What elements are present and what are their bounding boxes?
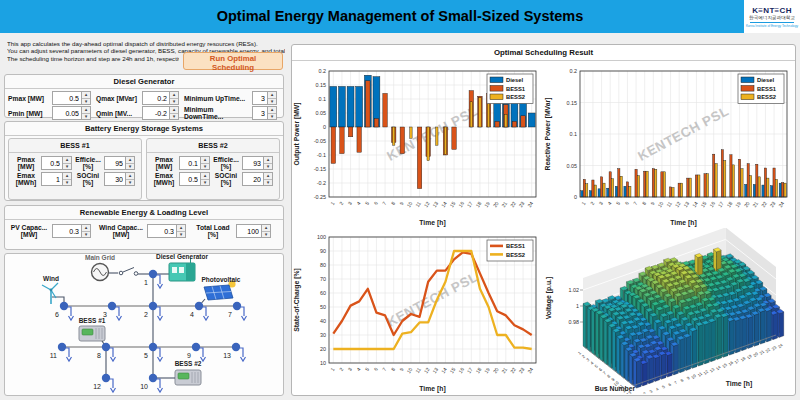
- kentech-logo: K≡NT≡CH 한국에너지공과대학교 Korea Institute of En…: [744, 0, 800, 33]
- svg-text:9: 9: [398, 366, 405, 372]
- bess1-emax-label: Emax[MWh]: [11, 172, 41, 186]
- total-load-input[interactable]: [236, 224, 262, 238]
- svg-text:4: 4: [355, 366, 362, 372]
- svg-text:0.1: 0.1: [319, 96, 327, 102]
- svg-text:2: 2: [589, 200, 596, 206]
- svg-text:4: 4: [355, 200, 362, 206]
- diesel-panel-title: Diesel Generator: [5, 75, 283, 89]
- description-line: This app calculates the day-ahead optima…: [7, 40, 285, 47]
- result-panel: Optimal Scheduling Result -0.25-0.2-0.15…: [291, 44, 796, 396]
- qmin-label: Qmin [MV...: [93, 110, 140, 117]
- bess2-pmax-spinner[interactable]: ▲▼: [201, 156, 210, 170]
- pmax-input[interactable]: [52, 91, 82, 105]
- svg-text:-0.25: -0.25: [314, 194, 326, 200]
- pmin-spinner[interactable]: ▲▼: [82, 106, 91, 120]
- min-uptime-label: Minimum UpTime...: [181, 95, 250, 102]
- svg-text:16: 16: [457, 200, 465, 208]
- svg-text:2: 2: [338, 366, 345, 372]
- svg-text:22: 22: [509, 200, 517, 208]
- svg-text:70: 70: [320, 276, 326, 282]
- svg-text:8: 8: [641, 200, 648, 206]
- svg-text:5: 5: [364, 366, 371, 372]
- bess2-emax-input[interactable]: [179, 172, 201, 186]
- total-load-spinner[interactable]: ▲▼: [262, 224, 271, 238]
- svg-text:8: 8: [679, 377, 685, 383]
- bess2-pmax-input[interactable]: [179, 156, 201, 170]
- bess2-subpanel: BESS #2 Pmax[MW] ▲▼ Efficie...[%] ▲▼ Ema…: [146, 138, 280, 200]
- svg-text:0.1: 0.1: [570, 131, 578, 137]
- qmax-spinner[interactable]: ▲▼: [170, 91, 179, 105]
- bess2-socini-label: SOCini[%]: [210, 172, 242, 186]
- svg-text:17: 17: [466, 200, 474, 208]
- wind-capacity-input[interactable]: [147, 224, 177, 238]
- network-diagram-panel: Main GridDiesel GeneratorWindPhotovoltai…: [4, 253, 284, 396]
- svg-text:1: 1: [580, 200, 587, 206]
- svg-text:BESS2: BESS2: [506, 94, 525, 100]
- bess2-eff-input[interactable]: [242, 156, 264, 170]
- pmax-spinner[interactable]: ▲▼: [82, 91, 91, 105]
- bess1-emax-input[interactable]: [41, 172, 63, 186]
- svg-text:Photovoltaic: Photovoltaic: [201, 276, 240, 283]
- bess1-socini-input[interactable]: [104, 172, 126, 186]
- bess2-socini-spinner[interactable]: ▲▼: [264, 172, 273, 186]
- svg-text:19: 19: [483, 200, 491, 208]
- svg-text:20: 20: [320, 346, 326, 352]
- svg-text:-0.1: -0.1: [317, 152, 326, 158]
- svg-text:1: 1: [576, 303, 579, 309]
- svg-text:-0.15: -0.15: [314, 166, 326, 172]
- logo-korean-name: 한국에너지공과대학교: [749, 15, 795, 21]
- bess1-socini-spinner[interactable]: ▲▼: [126, 172, 135, 186]
- header-bar: Optimal Energy Management of Small-Sized…: [0, 0, 800, 33]
- min-downtime-spinner[interactable]: ▲▼: [268, 106, 277, 120]
- bess2-eff-label: Efficie...[%]: [210, 156, 242, 170]
- svg-text:Wind: Wind: [43, 275, 59, 282]
- run-optimal-scheduling-button[interactable]: Run Optimal Scheduling: [183, 52, 283, 70]
- svg-text:20: 20: [492, 366, 500, 374]
- svg-text:15: 15: [448, 200, 456, 208]
- svg-text:13: 13: [431, 200, 439, 208]
- bess1-emax-spinner[interactable]: ▲▼: [63, 172, 72, 186]
- svg-text:13: 13: [223, 352, 231, 359]
- qmin-spinner[interactable]: ▲▼: [170, 106, 179, 120]
- pv-capacity-spinner[interactable]: ▲▼: [82, 224, 91, 238]
- qmin-input[interactable]: [142, 106, 170, 120]
- pv-capacity-input[interactable]: [52, 224, 82, 238]
- svg-text:12: 12: [674, 200, 682, 208]
- svg-text:Diesel: Diesel: [506, 77, 523, 83]
- svg-text:22: 22: [509, 366, 517, 374]
- bess2-eff-spinner[interactable]: ▲▼: [264, 156, 273, 170]
- svg-text:3: 3: [347, 366, 354, 372]
- logo-divider: [750, 22, 794, 23]
- bess1-pmax-input[interactable]: [41, 156, 63, 170]
- pmin-input[interactable]: [52, 106, 82, 120]
- bess1-title: BESS #1: [9, 139, 141, 153]
- svg-text:8: 8: [390, 366, 397, 372]
- min-uptime-input[interactable]: [252, 91, 268, 105]
- pmax-label: Pmax [MW]: [8, 95, 50, 102]
- svg-text:3: 3: [103, 311, 107, 318]
- qmax-input[interactable]: [142, 91, 170, 105]
- svg-text:17: 17: [717, 200, 725, 208]
- svg-text:Time [h]: Time [h]: [419, 385, 445, 393]
- svg-text:14: 14: [440, 200, 448, 208]
- min-downtime-input[interactable]: [252, 106, 268, 120]
- svg-text:Voltage [p.u.]: Voltage [p.u.]: [545, 277, 553, 320]
- wind-capacity-spinner[interactable]: ▲▼: [177, 224, 186, 238]
- svg-text:0.2: 0.2: [319, 68, 327, 74]
- svg-text:5: 5: [364, 200, 371, 206]
- bess2-socini-input[interactable]: [242, 172, 264, 186]
- bess1-pmax-spinner[interactable]: ▲▼: [63, 156, 72, 170]
- min-uptime-spinner[interactable]: ▲▼: [268, 91, 277, 105]
- svg-text:2: 2: [144, 311, 148, 318]
- diesel-generator-panel: Diesel Generator Pmax [MW] ▲▼ Qmax [MVar…: [4, 74, 284, 118]
- bess1-eff-spinner[interactable]: ▲▼: [126, 156, 135, 170]
- bess1-eff-input[interactable]: [104, 156, 126, 170]
- svg-text:4: 4: [655, 386, 661, 392]
- svg-text:4: 4: [606, 200, 613, 206]
- svg-text:0: 0: [574, 194, 577, 200]
- bess1-socini-label: SOCini[%]: [72, 172, 104, 186]
- svg-text:12: 12: [93, 383, 101, 390]
- svg-text:11: 11: [50, 352, 57, 359]
- bess2-emax-spinner[interactable]: ▲▼: [201, 172, 210, 186]
- app-window: Optimal Energy Management of Small-Sized…: [0, 0, 800, 400]
